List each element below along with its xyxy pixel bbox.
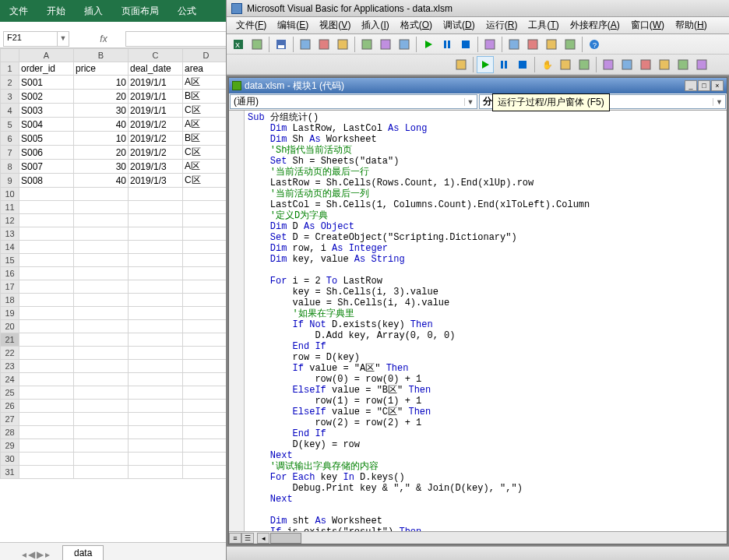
cell[interactable] — [129, 280, 183, 294]
row-header[interactable]: 7 — [1, 146, 19, 160]
cell[interactable] — [183, 280, 227, 294]
cell[interactable]: S003 — [19, 104, 74, 118]
cell[interactable]: order_id — [19, 62, 74, 76]
cell[interactable] — [183, 241, 227, 254]
cell[interactable]: 2019/1/2 — [129, 132, 183, 146]
zoom-icon[interactable] — [693, 56, 710, 73]
cell[interactable] — [19, 360, 74, 373]
cell[interactable] — [129, 347, 183, 360]
cell[interactable] — [74, 320, 129, 333]
row-header[interactable]: 24 — [1, 373, 19, 386]
row-header[interactable]: 6 — [1, 132, 19, 146]
cell[interactable] — [183, 201, 227, 214]
cell[interactable] — [129, 426, 183, 439]
run-icon[interactable] — [420, 36, 437, 53]
cell[interactable] — [74, 267, 129, 280]
cell[interactable]: 2019/1/3 — [129, 174, 183, 188]
cell[interactable] — [74, 241, 129, 254]
break-icon[interactable] — [438, 36, 456, 53]
cell[interactable] — [74, 188, 129, 201]
format-icon[interactable] — [358, 36, 375, 53]
code-window-titlebar[interactable]: data.xlsm - 模块1 (代码) _ □ × — [229, 78, 727, 93]
cell[interactable] — [183, 333, 227, 347]
ribbon-tab-公式[interactable]: 公式 — [168, 0, 206, 22]
reset-icon[interactable] — [457, 36, 474, 53]
fx-button[interactable]: fx — [96, 33, 111, 44]
cell[interactable] — [19, 241, 74, 254]
row-header[interactable]: 23 — [1, 360, 19, 373]
ribbon-tab-页面布局[interactable]: 页面布局 — [112, 0, 168, 22]
cell[interactable]: C区 — [183, 146, 227, 160]
sheet-nav-button[interactable]: ▸ — [45, 549, 50, 560]
cell[interactable]: 20 — [74, 90, 129, 104]
cell[interactable] — [129, 188, 183, 201]
maximize-button[interactable]: □ — [698, 80, 710, 91]
cell[interactable]: S008 — [19, 174, 74, 188]
cell[interactable] — [129, 360, 183, 373]
cell[interactable] — [19, 320, 74, 333]
design-icon[interactable] — [481, 36, 498, 53]
cell[interactable] — [19, 214, 74, 227]
cell[interactable] — [183, 214, 227, 227]
cell[interactable] — [74, 201, 129, 214]
cell[interactable] — [129, 254, 183, 267]
window2-icon[interactable] — [576, 56, 593, 73]
cell[interactable] — [74, 413, 129, 426]
cell[interactable] — [183, 227, 227, 241]
row-header[interactable]: 22 — [1, 347, 19, 360]
sheet-nav-button[interactable]: ◂ — [22, 549, 26, 560]
cell[interactable] — [19, 280, 74, 294]
cell[interactable]: C区 — [183, 104, 227, 118]
cell[interactable]: deal_date — [129, 62, 183, 76]
cell[interactable] — [129, 386, 183, 400]
row-header[interactable]: 30 — [1, 453, 19, 466]
ribbon-tab-插入[interactable]: 插入 — [75, 0, 112, 22]
cell[interactable]: 10 — [74, 76, 129, 90]
row-header[interactable]: 14 — [1, 241, 19, 254]
cell[interactable]: 30 — [74, 160, 129, 174]
menu-视图[interactable]: 视图(V) — [315, 17, 355, 33]
cell[interactable] — [129, 400, 183, 413]
cell[interactable] — [129, 439, 183, 453]
code-area[interactable]: Sub 分组统计() Dim LastRow, LastCol As Long … — [229, 111, 727, 531]
cell[interactable] — [183, 386, 227, 400]
cell[interactable] — [19, 201, 74, 214]
cell[interactable]: S006 — [19, 146, 74, 160]
help-icon[interactable]: ? — [586, 36, 603, 53]
window-icon[interactable] — [557, 56, 574, 73]
edit-icon[interactable] — [453, 56, 470, 73]
cell[interactable] — [183, 267, 227, 280]
pause-icon[interactable] — [495, 56, 512, 73]
row-header[interactable]: 15 — [1, 254, 19, 267]
row-header[interactable]: 17 — [1, 280, 19, 294]
cell[interactable] — [183, 373, 227, 386]
stop-icon[interactable] — [514, 56, 531, 73]
redo-icon[interactable] — [396, 36, 413, 53]
cell[interactable]: area — [183, 62, 227, 76]
cell[interactable] — [19, 227, 74, 241]
cell[interactable] — [19, 453, 74, 466]
cell[interactable] — [74, 280, 129, 294]
row-header[interactable]: 5 — [1, 118, 19, 132]
cell[interactable] — [19, 400, 74, 413]
spreadsheet-grid[interactable]: ABCD 1order_idpricedeal_datearea2S001102… — [0, 48, 226, 479]
cell[interactable] — [129, 294, 183, 307]
cell[interactable] — [19, 439, 74, 453]
cell[interactable]: 2019/1/3 — [129, 160, 183, 174]
select-all-corner[interactable] — [1, 49, 19, 62]
row-header[interactable]: 11 — [1, 201, 19, 214]
scroll-thumb[interactable] — [270, 533, 301, 544]
cell[interactable] — [19, 386, 74, 400]
cell[interactable]: 30 — [74, 104, 129, 118]
undo-icon[interactable] — [377, 36, 394, 53]
cell[interactable]: B区 — [183, 132, 227, 146]
cell[interactable] — [183, 360, 227, 373]
row-header[interactable]: 9 — [1, 174, 19, 188]
menu-插入[interactable]: 插入(I) — [357, 17, 393, 33]
cell[interactable] — [129, 413, 183, 426]
cell[interactable] — [129, 227, 183, 241]
row-header[interactable]: 2 — [1, 76, 19, 90]
cell[interactable] — [129, 214, 183, 227]
tile-icon[interactable] — [600, 56, 617, 73]
minimize-button[interactable]: _ — [685, 80, 697, 91]
